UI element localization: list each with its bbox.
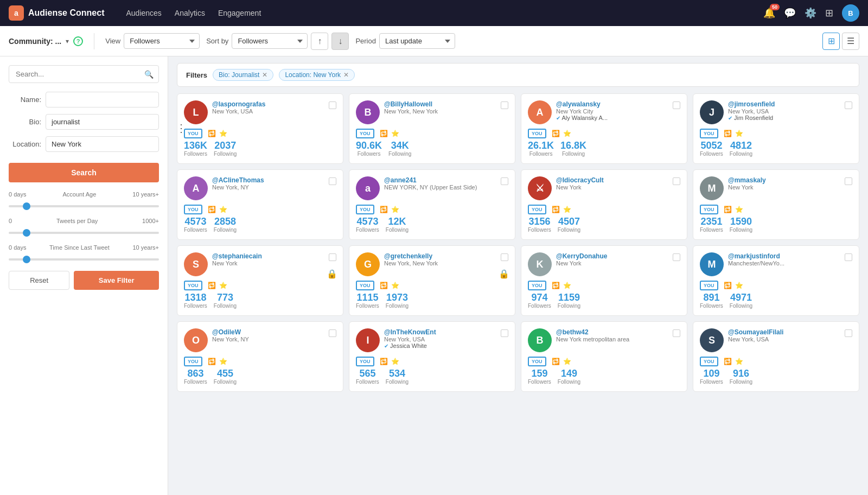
followers-stat: 863 Followers (184, 369, 207, 385)
name-input[interactable] (46, 92, 159, 107)
user-avatar[interactable]: B (842, 4, 859, 22)
search-icon[interactable]: 🔍 (144, 70, 154, 79)
you-badge: YOU (528, 357, 546, 366)
card-icon-2: ⭐ (219, 358, 227, 365)
card-username[interactable]: @bethw42 (556, 328, 673, 336)
card-bottom: YOU 🔁 ⭐ (528, 281, 680, 290)
three-dots-menu[interactable]: ⋮ (174, 119, 189, 137)
filter-tag-bio: Bio: Journalist ✕ (213, 69, 273, 81)
followers-value: 26.1K (528, 141, 554, 150)
card-username[interactable]: @SoumayaelFilali (728, 328, 845, 336)
card-checkbox[interactable] (329, 253, 336, 261)
card-bottom: YOU 🔁 ⭐ (184, 281, 336, 290)
card-checkbox[interactable] (501, 329, 508, 337)
account-age-slider[interactable] (9, 205, 159, 207)
card-bottom: YOU 🔁 ⭐ (356, 281, 508, 290)
card-checkbox[interactable] (673, 101, 680, 109)
card-location: Manchester/NewYo... (728, 260, 845, 266)
card-checkbox[interactable] (845, 253, 852, 261)
followers-label: Followers (356, 227, 379, 233)
card-icon-2: ⭐ (391, 282, 399, 289)
card-body: @BillyHallowell New York, New York (384, 100, 501, 115)
card-top: B @BillyHallowell New York, New York (356, 100, 508, 124)
following-label: Following (214, 379, 237, 385)
you-badge: YOU (700, 281, 718, 290)
card-username[interactable]: @OdileW (212, 328, 329, 336)
card-checkbox[interactable] (329, 101, 336, 109)
card-username[interactable]: @mmaskaly (728, 176, 845, 184)
view-select[interactable]: Followers (124, 33, 200, 49)
search-input[interactable] (9, 65, 159, 83)
community-chevron-icon[interactable]: ▾ (66, 37, 69, 45)
followers-label: Followers (700, 303, 723, 309)
card-body: @anne241 NEW YORK, NY (Upper East Side) (384, 176, 501, 191)
card-location: New York, USA (728, 108, 845, 115)
card-username[interactable]: @laspornografas (212, 100, 329, 108)
search-button[interactable]: Search (9, 163, 159, 182)
sort-group: Sort by Followers ↑ ↓ (206, 33, 349, 50)
card-location: NEW YORK, NY (Upper East Side) (384, 184, 501, 191)
notifications-button[interactable]: 🔔 50 (763, 7, 775, 19)
followers-stat: 1115 Followers (356, 293, 379, 309)
followers-value: 565 (356, 369, 379, 378)
card-checkbox[interactable] (501, 177, 508, 185)
card-checkbox[interactable] (501, 253, 508, 261)
followers-value: 891 (700, 293, 723, 302)
save-filter-button[interactable]: Save Filter (74, 271, 159, 290)
card-username[interactable]: @gretchenkelly (384, 252, 501, 260)
period-select[interactable]: Last update (379, 33, 455, 49)
settings-icon[interactable]: ⚙️ (805, 7, 816, 19)
card-username[interactable]: @InTheKnowEnt (384, 328, 501, 336)
time-slider[interactable] (9, 258, 159, 261)
bio-input[interactable] (46, 114, 159, 130)
messages-icon[interactable]: 💬 (784, 7, 796, 19)
followers-value: 1115 (356, 293, 379, 302)
card-username[interactable]: @alywalansky (556, 100, 673, 108)
sort-asc-button[interactable]: ↑ (311, 33, 328, 50)
brand-logo[interactable]: a Audiense Connect (9, 5, 104, 21)
card-username[interactable]: @IdiocracyCult (556, 176, 673, 184)
card-username[interactable]: @stephaniecain (212, 252, 329, 260)
sort-desc-button[interactable]: ↓ (331, 33, 349, 50)
grid-icon[interactable]: ⊞ (825, 7, 833, 19)
you-badge-wrap: YOU (184, 281, 205, 290)
card-username[interactable]: @BillyHallowell (384, 100, 501, 108)
card-checkbox[interactable] (329, 177, 336, 185)
card-username[interactable]: @anne241 (384, 176, 501, 184)
card-username[interactable]: @KerryDonahue (556, 252, 673, 260)
following-label: Following (558, 303, 580, 309)
card-username[interactable]: @markjustinford (728, 252, 845, 260)
card-stats: 3156 Followers 4507 Following (528, 217, 680, 233)
grid-view-button[interactable]: ⊞ (822, 33, 840, 50)
nav-audiences[interactable]: Audiences (126, 9, 161, 17)
followers-label: Followers (528, 379, 551, 385)
list-view-button[interactable]: ☰ (842, 33, 859, 50)
card-username[interactable]: @jimrosenfield (728, 100, 845, 108)
card-checkbox[interactable] (501, 101, 508, 109)
card-avatar: ⚔ (528, 176, 552, 200)
card-avatar: S (700, 328, 724, 352)
followers-label: Followers (700, 151, 723, 157)
reset-button[interactable]: Reset (9, 271, 69, 290)
nav-engagement[interactable]: Engagement (218, 9, 261, 17)
card-top: K @KerryDonahue New York (528, 252, 680, 276)
following-label: Following (560, 151, 586, 157)
card-username[interactable]: @AClineThomas (212, 176, 329, 184)
card-checkbox[interactable] (845, 329, 852, 337)
nav-analytics[interactable]: Analytics (175, 9, 205, 17)
card-checkbox[interactable] (329, 329, 336, 337)
card-checkbox[interactable] (845, 177, 852, 185)
card-checkbox[interactable] (673, 253, 680, 261)
help-icon[interactable]: ? (73, 36, 83, 46)
sort-select[interactable]: Followers (232, 33, 308, 49)
location-input[interactable] (46, 136, 159, 152)
card-checkbox[interactable] (845, 101, 852, 109)
card-checkbox[interactable] (673, 329, 680, 337)
card-checkbox[interactable] (673, 177, 680, 185)
you-badge-wrap: YOU (528, 281, 548, 290)
following-stat: 2858 Following (214, 217, 237, 233)
card-icon-1: 🔁 (380, 206, 388, 213)
tweets-slider[interactable] (9, 232, 159, 234)
remove-bio-filter-button[interactable]: ✕ (262, 71, 267, 79)
remove-location-filter-button[interactable]: ✕ (343, 71, 349, 79)
